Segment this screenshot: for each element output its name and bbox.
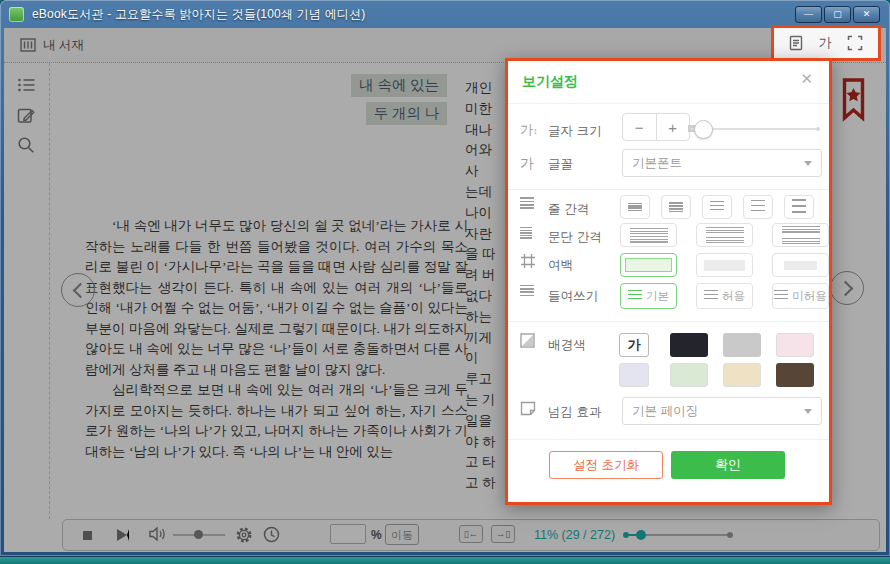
background-color-label: 배경색 [548, 337, 586, 354]
bg-swatch-brown[interactable] [776, 363, 814, 387]
font-size-icon: 가↕ [520, 121, 546, 139]
maximize-button[interactable]: ▢ [824, 6, 851, 23]
minimize-button[interactable]: — [795, 6, 822, 23]
page-turn-effect-icon [520, 401, 546, 419]
reset-settings-button[interactable]: 설정 초기화 [549, 451, 663, 479]
view-settings-button[interactable]: 가 [819, 34, 832, 52]
confirm-button[interactable]: 확인 [671, 451, 785, 479]
fullscreen-icon [847, 35, 863, 51]
margin-option-1-selected[interactable] [620, 253, 677, 277]
font-size-label: 글자 크기 [548, 123, 601, 140]
line-spacing-option-3[interactable] [702, 195, 732, 219]
paragraph-spacing-option-1[interactable] [620, 223, 677, 247]
line-spacing-icon [520, 197, 534, 211]
font-size-slider [688, 117, 820, 141]
view-settings-panel: 보기설정 ✕ 가↕ 글자 크기 − + 가 글꼴 기본폰트 줄 간격 문단 간격… [505, 58, 832, 505]
font-family-icon: 가 [520, 155, 546, 173]
bg-swatch-lavender[interactable] [619, 363, 649, 387]
margin-label: 여백 [548, 257, 573, 274]
bg-swatch-dark[interactable] [670, 333, 708, 357]
divider [508, 439, 829, 440]
title-bar[interactable]: eBook도서관 - 고요할수록 밝아지는 것들(100쇄 기념 에디션) — … [0, 0, 890, 28]
divider [508, 103, 829, 104]
font-family-dropdown[interactable]: 기본폰트 [622, 149, 822, 177]
bg-swatch-cream[interactable] [723, 363, 761, 387]
app-icon [9, 7, 24, 22]
slider-max-mark [816, 127, 820, 131]
slider-knob[interactable] [694, 120, 713, 139]
font-family-label: 글꼴 [548, 156, 573, 173]
document-icon [789, 35, 803, 51]
margin-option-2[interactable] [696, 253, 753, 277]
font-settings-icon: 가 [819, 34, 832, 52]
line-spacing-option-1[interactable] [620, 195, 650, 219]
bg-swatch-gray[interactable] [723, 333, 761, 357]
highlighted-toolbar-group: 가 [771, 25, 881, 61]
line-spacing-label: 줄 간격 [548, 201, 589, 218]
paragraph-spacing-option-3[interactable] [772, 223, 829, 247]
page-turn-effect-value: 기본 페이징 [632, 404, 698, 418]
screen: { "window": { "title": "eBook도서관 - 고요할수록… [0, 0, 890, 564]
margin-option-3[interactable] [772, 253, 829, 277]
close-window-button[interactable]: ✕ [853, 6, 880, 23]
indent-option-default-selected[interactable]: 기본 [620, 283, 677, 309]
divider [508, 189, 829, 190]
fullscreen-button[interactable] [847, 35, 863, 51]
chevron-down-icon [804, 409, 812, 414]
window-title: eBook도서관 - 고요할수록 밝아지는 것들(100쇄 기념 에디션) [32, 6, 365, 23]
reading-info-button[interactable] [789, 35, 803, 51]
paragraph-spacing-option-2[interactable] [696, 223, 753, 247]
line-spacing-option-5[interactable] [784, 195, 814, 219]
background-color-icon [520, 333, 546, 351]
indent-label: 들여쓰기 [548, 288, 598, 305]
panel-close-button[interactable]: ✕ [794, 69, 819, 89]
margin-icon [520, 253, 546, 272]
paragraph-spacing-icon [520, 227, 532, 239]
page-turn-effect-dropdown[interactable]: 기본 페이징 [622, 397, 822, 425]
indent-option-allow[interactable]: 허용 [696, 283, 753, 309]
line-spacing-option-4[interactable] [743, 195, 773, 219]
font-family-value: 기본폰트 [632, 156, 682, 170]
divider [508, 321, 829, 322]
panel-title: 보기설정 [522, 73, 578, 91]
bg-swatch-green[interactable] [670, 363, 708, 387]
bg-swatch-white-selected[interactable]: 가 [619, 333, 649, 357]
line-spacing-option-2[interactable] [661, 195, 691, 219]
indent-icon [520, 285, 534, 298]
indent-option-disallow[interactable]: 미허용 [772, 283, 829, 309]
font-size-stepper: − + [622, 113, 690, 141]
chevron-down-icon [804, 161, 812, 166]
paragraph-spacing-label: 문단 간격 [548, 229, 601, 246]
bg-swatch-pink[interactable] [776, 333, 814, 357]
page-turn-effect-label: 넘김 효과 [548, 404, 601, 421]
font-size-increase-button[interactable]: + [657, 114, 690, 140]
font-size-decrease-button[interactable]: − [623, 114, 657, 140]
